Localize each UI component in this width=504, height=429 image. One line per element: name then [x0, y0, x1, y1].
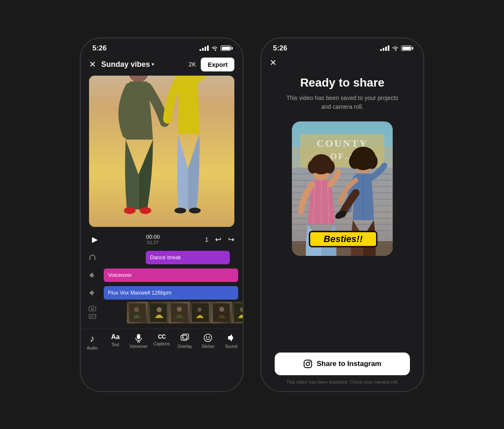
audio-label: Audio [87, 346, 98, 350]
video-thumbnail: COUNTY OF… [292, 121, 393, 256]
filmstrip[interactable] [127, 302, 243, 324]
quality-badge: 2K [189, 61, 196, 68]
signal-icon [380, 45, 389, 51]
status-icons-left [200, 45, 231, 51]
svg-point-3 [124, 207, 136, 214]
svg-point-66 [349, 154, 361, 169]
overlay-tool[interactable]: Overlay [173, 333, 197, 349]
signal-icon [200, 45, 209, 51]
captions-tool[interactable]: CC Captions [150, 333, 173, 346]
svg-point-34 [204, 334, 212, 342]
svg-rect-31 [181, 335, 187, 340]
sound-label: Sound [225, 344, 237, 349]
status-bar-right: 5:26 [261, 38, 423, 56]
captions-icon: CC [158, 333, 165, 340]
svg-point-67 [366, 154, 378, 169]
voiceover-clip[interactable]: Voiceover [104, 268, 238, 282]
playback-controls: ▶ 00:00 01:27 1 ↩ ↪ [81, 230, 243, 249]
share-instagram-button[interactable]: Share to Instagram [275, 353, 410, 375]
project-title-area[interactable]: Sunday vibes ▾ [101, 60, 189, 69]
filmstrip-frame [232, 302, 243, 324]
music-track-content: Flux Vox Maxwell 126bpm [104, 286, 243, 300]
sound-tool[interactable]: Sound [220, 333, 243, 349]
svg-rect-10 [89, 258, 90, 260]
save-notice: This video has been exported. Check your… [275, 379, 410, 384]
svg-point-36 [209, 336, 210, 337]
svg-point-8 [189, 208, 201, 213]
filmstrip-frame [169, 302, 190, 324]
timeline[interactable]: Dance break Voiceover [81, 249, 243, 329]
svg-point-21 [177, 307, 182, 312]
svg-rect-20 [171, 303, 188, 322]
audio-tool[interactable]: ♪ Audio [81, 333, 104, 350]
project-title: Sunday vibes [101, 60, 150, 69]
svg-point-4 [139, 207, 151, 214]
text-tool[interactable]: Aa Text [104, 333, 127, 347]
undo-button[interactable]: ↩ [215, 235, 221, 244]
audio-icon: ♪ [90, 333, 94, 344]
svg-point-58 [325, 160, 335, 174]
thumbnail-svg: COUNTY OF… [292, 121, 393, 256]
headphone-icon [89, 254, 96, 261]
time-total: 01:27 [101, 240, 205, 245]
svg-text:Besties!!: Besties!! [324, 234, 363, 244]
dancers-svg [89, 76, 234, 227]
chapter-track-icon [81, 254, 104, 261]
filmstrip-frame [211, 302, 232, 324]
caption-icon [89, 313, 96, 320]
svg-rect-16 [129, 303, 146, 322]
text-icon: Aa [111, 333, 119, 341]
time-display: 00:00 01:27 [101, 234, 205, 245]
svg-rect-24 [213, 303, 230, 322]
overlay-label: Overlay [178, 344, 192, 349]
ready-to-share-subtitle: This video has been saved to your projec… [286, 94, 398, 111]
redo-button[interactable]: ↪ [228, 235, 234, 244]
video-preview[interactable] [89, 76, 234, 227]
chapter-track-content: Dance break [104, 251, 243, 264]
svg-rect-18 [150, 303, 167, 322]
filmstrip-track-row [81, 302, 243, 324]
music-clip[interactable]: Flux Vox Maxwell 126bpm [104, 286, 238, 300]
chapter-clip[interactable]: Dance break [146, 251, 230, 264]
voiceover-track-content: Voiceover [104, 268, 243, 282]
microphone-icon [134, 333, 143, 342]
sticker-tool[interactable]: Sticker [197, 333, 220, 349]
music-track-icon [81, 289, 104, 297]
svg-point-19 [157, 307, 162, 312]
svg-rect-22 [192, 303, 209, 322]
sticker-label: Sticker [202, 344, 215, 349]
undo-redo-controls: ↩ ↪ [215, 235, 234, 244]
filmstrip-frame [127, 302, 148, 324]
camera-icon [89, 305, 96, 312]
text-label: Text [112, 342, 119, 347]
close-share-button[interactable]: ✕ [270, 58, 277, 67]
export-button[interactable]: Export [201, 58, 234, 71]
voiceover-tool[interactable]: Voiceover [127, 333, 150, 349]
svg-rect-13 [89, 314, 96, 318]
play-button[interactable]: ▶ [89, 234, 101, 245]
status-bar-left: 5:26 [81, 38, 243, 56]
svg-point-57 [308, 160, 318, 174]
wifi-icon [392, 46, 399, 51]
filmstrip-track-icons [81, 305, 104, 320]
svg-rect-26 [234, 303, 243, 322]
page-indicator: 1 [205, 236, 208, 243]
wifi-icon [211, 46, 218, 51]
close-button[interactable]: ✕ [89, 59, 96, 69]
left-phone: 5:26 ✕ Sunday vibes ▾ 2K Export [80, 37, 244, 392]
voiceover-track-icon [81, 271, 104, 279]
music-track: Flux Vox Maxwell 126bpm [81, 284, 243, 302]
status-time-left: 5:26 [92, 44, 107, 53]
filmstrip-frame [148, 302, 169, 324]
svg-rect-28 [137, 334, 140, 339]
video-frame [89, 76, 234, 227]
share-instagram-label: Share to Instagram [317, 360, 381, 368]
svg-point-12 [91, 308, 93, 310]
volume2-icon [89, 289, 96, 297]
volume-icon [89, 271, 96, 279]
svg-point-76 [310, 361, 311, 362]
instagram-icon [303, 359, 312, 368]
voiceover-label: Voiceover [129, 344, 148, 349]
svg-point-7 [174, 208, 186, 213]
battery-icon [220, 45, 231, 51]
